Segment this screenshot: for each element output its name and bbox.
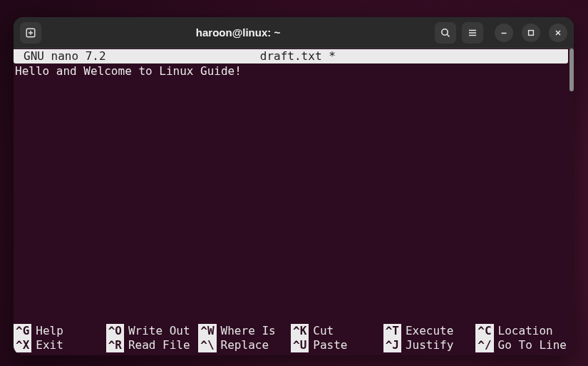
terminal-area[interactable]: GNU nano 7.2 draft.txt * Hello and Welco… [14,49,574,355]
shortcut-location: ^CLocation [475,324,568,338]
nano-filename: draft.txt * [28,49,568,63]
scrollbar-thumb[interactable] [569,49,574,91]
maximize-button[interactable] [522,24,540,42]
shortcut-row-1: ^GHelp ^OWrite Out ^WWhere Is ^KCut ^TEx… [14,324,568,338]
shortcut-execute: ^TExecute [383,324,476,338]
scrollbar[interactable] [568,49,574,355]
search-button[interactable] [435,22,456,44]
shortcut-readfile: ^RRead File [106,338,199,352]
shortcut-justify: ^JJustify [383,338,476,352]
close-button[interactable] [549,24,567,42]
shortcut-replace: ^\Replace [198,338,291,352]
menu-button[interactable] [462,22,483,44]
shortcut-cut: ^KCut [291,324,383,338]
titlebar: haroon@linux: ~ [14,17,574,49]
svg-line-4 [447,34,449,36]
window-controls [495,24,567,42]
shortcut-paste: ^UPaste [291,338,383,352]
svg-rect-9 [529,30,534,35]
svg-point-3 [442,29,448,34]
shortcut-row-2: ^XExit ^RRead File ^\Replace ^UPaste ^JJ… [14,338,568,352]
shortcut-whereis: ^WWhere Is [198,324,291,338]
window-title: haroon@linux: ~ [47,26,429,39]
editor-text: Hello and Welcome to Linux Guide! [15,64,242,78]
new-tab-button[interactable] [20,22,41,44]
shortcut-gotoline: ^/Go To Line [475,338,568,352]
nano-editor[interactable]: Hello and Welcome to Linux Guide! [14,63,568,324]
shortcut-exit: ^XExit [14,338,106,352]
shortcut-writeout: ^OWrite Out [106,324,199,338]
minimize-button[interactable] [495,24,513,42]
nano-header: GNU nano 7.2 draft.txt * [14,49,568,63]
shortcut-help: ^GHelp [14,324,106,338]
terminal-window: haroon@linux: ~ [14,17,574,355]
nano-shortcut-bar: ^GHelp ^OWrite Out ^WWhere Is ^KCut ^TEx… [14,324,568,355]
